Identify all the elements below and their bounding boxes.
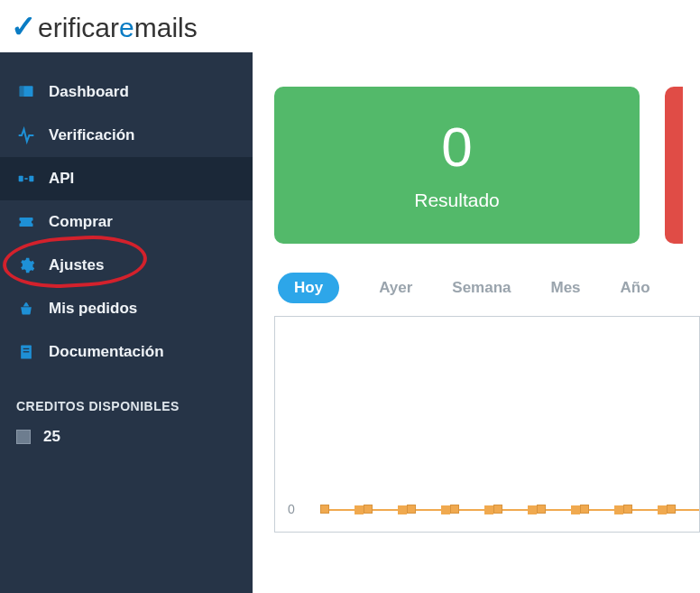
sidebar-item-verificacion[interactable]: Verificación: [0, 114, 253, 157]
ytick-0: 0: [288, 502, 295, 516]
card-secondary: [665, 87, 683, 244]
sidebar: Dashboard Verificación API Comprar: [0, 52, 253, 593]
tab-ayer[interactable]: Ayer: [379, 279, 412, 297]
header: ✓ erificaremails: [0, 0, 700, 52]
brand-text-highlight: e: [119, 13, 134, 43]
credits-value: 25: [43, 428, 60, 446]
tab-mes[interactable]: Mes: [551, 279, 581, 297]
chart-marker: [580, 505, 589, 514]
sidebar-item-ajustes[interactable]: Ajustes: [0, 244, 253, 287]
svg-rect-3: [29, 176, 33, 182]
api-icon: [16, 169, 36, 189]
sidebar-item-documentacion[interactable]: Documentación: [0, 330, 253, 374]
nav-label: Comprar: [49, 213, 113, 231]
chart-marker: [320, 505, 329, 514]
card-label: Resultado: [414, 190, 500, 211]
credits-row: 25: [0, 422, 253, 451]
nav-label: Mis pedidos: [49, 300, 137, 318]
nav-list: Dashboard Verificación API Comprar: [0, 70, 253, 374]
nav-label: Dashboard: [49, 83, 129, 101]
chart-marker: [450, 505, 459, 514]
stat-cards: 0 Resultado: [274, 87, 700, 244]
pulse-icon: [16, 125, 36, 145]
nav-label: API: [49, 170, 74, 188]
chart-line: [320, 509, 699, 511]
sidebar-item-dashboard[interactable]: Dashboard: [0, 70, 253, 114]
document-icon: [16, 342, 36, 362]
ticket-icon: [16, 212, 36, 232]
chart-marker: [623, 505, 632, 514]
tab-semana[interactable]: Semana: [452, 279, 511, 297]
main-content: 0 Resultado Hoy Ayer Semana Mes Año 0: [253, 52, 700, 593]
svg-rect-6: [23, 348, 30, 349]
chart-marker: [493, 505, 502, 514]
svg-rect-1: [20, 86, 24, 97]
time-tabs: Hoy Ayer Semana Mes Año: [274, 273, 700, 303]
card-resultado: 0 Resultado: [274, 87, 640, 244]
chart-marker: [537, 505, 546, 514]
chart-marker: [364, 505, 373, 514]
brand-text-1: erificar: [38, 13, 119, 43]
check-icon: ✓: [11, 8, 36, 44]
square-icon: [16, 430, 31, 444]
brand-text-2: mails: [134, 13, 198, 43]
chart-marker: [667, 505, 676, 514]
nav-label: Documentación: [49, 343, 164, 361]
sidebar-item-api[interactable]: API: [0, 157, 253, 200]
svg-rect-4: [24, 178, 27, 180]
sidebar-item-mis-pedidos[interactable]: Mis pedidos: [0, 287, 253, 330]
brand-logo: ✓ erificaremails: [11, 8, 198, 44]
tab-hoy[interactable]: Hoy: [278, 273, 339, 303]
nav-label: Ajustes: [49, 256, 104, 274]
nav-label: Verificación: [49, 126, 134, 144]
credits-title: CREDITOS DISPONIBLES: [0, 374, 253, 422]
chart-marker: [407, 505, 416, 514]
basket-icon: [16, 299, 36, 319]
dashboard-icon: [16, 82, 36, 102]
tab-ano[interactable]: Año: [621, 279, 650, 297]
svg-rect-2: [19, 176, 23, 182]
sidebar-item-comprar[interactable]: Comprar: [0, 200, 253, 244]
card-value: 0: [441, 119, 472, 175]
chart-area: 0: [274, 316, 700, 533]
gear-icon: [16, 255, 36, 275]
svg-rect-7: [23, 351, 30, 352]
